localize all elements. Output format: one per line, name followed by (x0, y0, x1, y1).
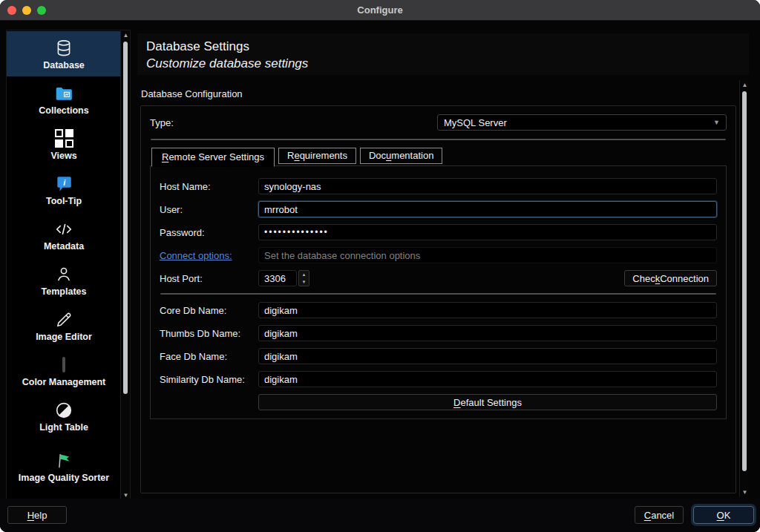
tab-documentation[interactable]: Documentation (360, 148, 442, 164)
settings-scroll-area: Database Configuration Type: MySQL Serve… (137, 78, 749, 499)
sidebar-scrollbar[interactable]: ▲ ▼ (120, 30, 130, 500)
traffic-lights (7, 6, 46, 15)
page-title: Database Settings (146, 38, 749, 56)
settings-sidebar: Database Collections (6, 30, 131, 501)
database-icon (53, 38, 74, 59)
sidebar-scrollbar-track[interactable] (121, 40, 131, 490)
section-title: Database Configuration (141, 88, 736, 99)
sidebar-item-light-table[interactable]: Light Table (7, 393, 121, 439)
password-input[interactable] (258, 224, 717, 240)
host-name-label: Host Name: (160, 181, 258, 192)
thumbs-db-row: Thumbs Db Name: (160, 325, 717, 341)
sidebar-scrollbar-thumb[interactable] (123, 42, 128, 394)
tab-requirements[interactable]: Requirements (278, 148, 356, 164)
help-button[interactable]: Help (7, 506, 67, 524)
connect-options-link[interactable]: Connect options: (160, 250, 258, 261)
chevron-down-icon: ▼ (713, 119, 720, 126)
sidebar-item-label: Light Table (35, 422, 93, 433)
window-titlebar: Configure (0, 0, 760, 21)
user-input[interactable] (258, 201, 717, 217)
sidebar-item-label: Tool-Tip (42, 196, 86, 206)
similarity-db-input[interactable] (258, 371, 717, 387)
cancel-button[interactable]: Cancel (635, 506, 684, 524)
stepper-down-icon[interactable]: ▼ (299, 278, 309, 286)
sidebar-item-label: Color Management (18, 377, 111, 387)
sidebar-item-metadata[interactable]: Metadata (7, 212, 121, 257)
similarity-db-label: Similarity Db Name: (160, 374, 258, 385)
type-label: Type: (150, 117, 174, 128)
tab-remote-server-settings[interactable]: Remote Server Settings (151, 148, 275, 167)
database-configuration-group: Type: MySQL Server ▼ Remote Server Setti… (140, 105, 736, 493)
thumbs-db-input[interactable] (258, 325, 717, 341)
connect-options-input[interactable] (258, 247, 717, 263)
flag-icon (53, 450, 74, 471)
page-header: Database Settings Customize database set… (137, 33, 749, 75)
host-port-stepper: ▲ ▼ (298, 270, 309, 286)
default-settings-button[interactable]: Default Settings (258, 394, 717, 410)
core-db-input[interactable] (258, 302, 717, 318)
folder-images-icon (53, 83, 74, 104)
pencil-icon (53, 309, 74, 330)
minimize-button[interactable] (22, 6, 31, 15)
core-db-row: Core Db Name: (160, 302, 717, 318)
monitor-rainbow-icon (53, 355, 74, 375)
connect-options-row: Connect options: (160, 247, 717, 263)
sidebar-item-database[interactable]: Database (7, 31, 121, 76)
sidebar-item-label: Image Quality Sorter (14, 473, 114, 483)
similarity-db-row: Similarity Db Name: (160, 371, 717, 387)
sidebar-item-label: Metadata (39, 241, 88, 252)
sidebar-item-color-management[interactable]: Color Management (7, 348, 121, 393)
sidebar-item-label: Database (39, 60, 89, 70)
face-db-input[interactable] (258, 348, 717, 364)
host-port-row: Host Port: ▲ ▼ Check Connection (160, 270, 717, 286)
user-label: User: (160, 204, 258, 215)
database-type-select[interactable]: MySQL Server ▼ (437, 114, 727, 131)
scroll-down-icon[interactable]: ▼ (740, 487, 750, 497)
page-subtitle: Customize database settings (146, 56, 749, 72)
password-label: Password: (160, 227, 258, 238)
settings-content: Database Configuration Type: MySQL Serve… (140, 78, 736, 499)
sidebar-list: Database Collections (7, 31, 121, 494)
grid-squares-icon (53, 128, 74, 149)
info-bubble-icon: i (53, 174, 74, 194)
person-icon (53, 264, 74, 285)
separator (160, 293, 716, 295)
host-name-row: Host Name: (160, 178, 717, 194)
host-port-input[interactable] (258, 270, 297, 286)
password-row: Password: (160, 224, 717, 240)
check-connection-button[interactable]: Check Connection (624, 270, 717, 286)
sidebar-item-label: Views (46, 151, 81, 161)
sidebar-item-templates[interactable]: Templates (7, 257, 121, 303)
host-port-label: Host Port: (160, 273, 258, 284)
host-name-input[interactable] (258, 178, 717, 194)
settings-tabbar: Remote Server Settings Requirements Docu… (151, 146, 727, 166)
scroll-up-icon[interactable]: ▲ (121, 30, 131, 40)
configure-window: Configure Database (0, 0, 760, 532)
window-title: Configure (357, 4, 402, 16)
ok-button[interactable]: OK (693, 506, 754, 524)
thumbs-db-label: Thumbs Db Name: (160, 328, 258, 339)
code-brackets-icon (53, 219, 74, 240)
face-db-row: Face Db Name: (160, 348, 717, 364)
database-settings-panel: Database Settings Customize database set… (137, 33, 749, 499)
separator (151, 139, 726, 140)
stepper-up-icon[interactable]: ▲ (299, 271, 309, 278)
sidebar-item-tooltip[interactable]: i Tool-Tip (7, 167, 121, 212)
database-type-value: MySQL Server (444, 117, 507, 128)
settings-scrollbar[interactable]: ▲ ▼ (739, 80, 749, 497)
sidebar-item-label: Image Editor (31, 332, 96, 342)
sidebar-item-image-quality-sorter[interactable]: Image Quality Sorter (7, 439, 121, 494)
app-body: Database Collections (0, 21, 760, 532)
sidebar-item-collections[interactable]: Collections (7, 76, 121, 122)
remote-server-settings-pane: Host Name: User: Password: (150, 165, 727, 419)
contrast-circle-icon (53, 400, 74, 421)
sidebar-item-views[interactable]: Views (7, 122, 121, 167)
close-button[interactable] (7, 6, 16, 15)
sidebar-item-image-editor[interactable]: Image Editor (7, 303, 121, 348)
default-settings-row: Default Settings (160, 394, 717, 410)
settings-scrollbar-track[interactable] (740, 90, 750, 487)
zoom-button[interactable] (37, 6, 46, 15)
settings-scrollbar-thumb[interactable] (742, 91, 747, 471)
face-db-label: Face Db Name: (160, 351, 258, 362)
scroll-up-icon[interactable]: ▲ (740, 80, 750, 90)
